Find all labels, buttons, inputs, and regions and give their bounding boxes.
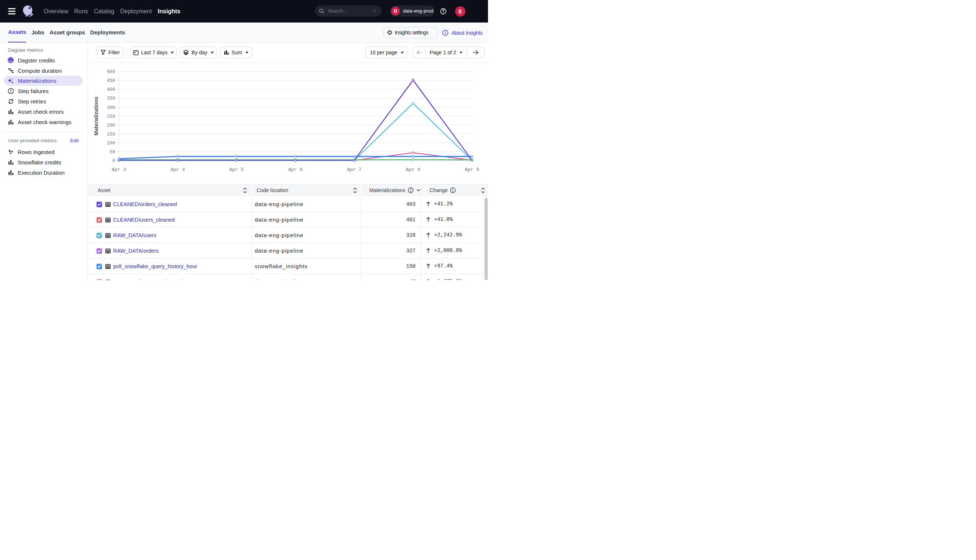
svg-text:Apr 7: Apr 7 (347, 167, 361, 173)
svg-text:350: 350 (107, 96, 115, 101)
svg-text:Apr 4: Apr 4 (170, 167, 185, 173)
svg-text:450: 450 (107, 78, 115, 83)
svg-text:100: 100 (107, 141, 115, 146)
svg-text:Apr 6: Apr 6 (288, 167, 302, 173)
svg-text:500: 500 (107, 70, 115, 75)
svg-text:400: 400 (107, 87, 115, 92)
svg-text:150: 150 (107, 132, 115, 137)
svg-text:Apr 8: Apr 8 (406, 167, 420, 173)
svg-text:50: 50 (109, 150, 115, 155)
svg-text:Apr 3: Apr 3 (112, 167, 126, 173)
svg-text:300: 300 (107, 105, 115, 110)
svg-text:Materializations: Materializations (94, 97, 99, 135)
svg-text:250: 250 (107, 114, 115, 119)
svg-text:Apr 9: Apr 9 (465, 167, 479, 173)
svg-text:200: 200 (107, 123, 115, 128)
svg-text:Apr 5: Apr 5 (229, 167, 244, 173)
svg-text:0: 0 (112, 158, 115, 163)
